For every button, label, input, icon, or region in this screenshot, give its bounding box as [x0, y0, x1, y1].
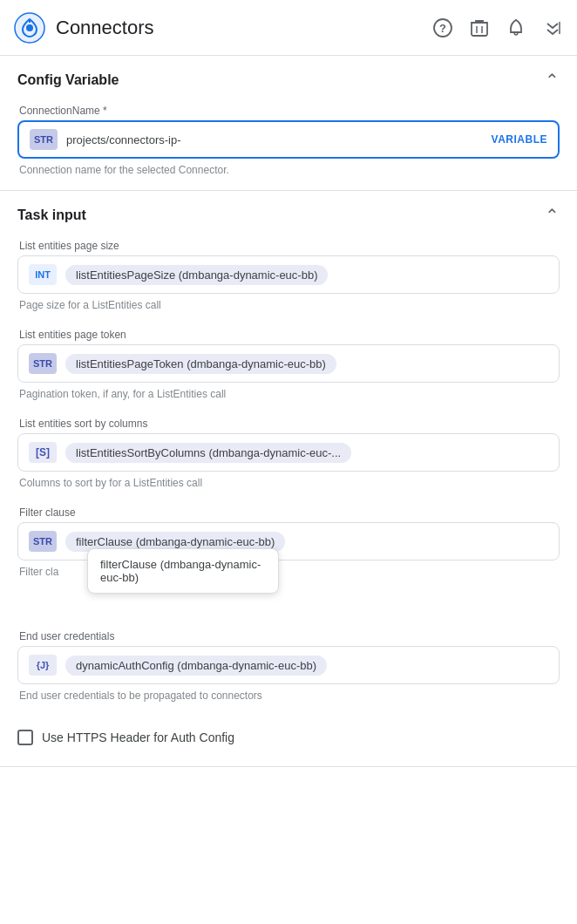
svg-point-1 [26, 24, 33, 31]
config-variable-section: Config Variable ⌃ ConnectionName * STR p… [0, 56, 577, 191]
page-token-hint: Pagination token, if any, for a ListEnti… [19, 388, 560, 400]
bell-icon[interactable] [506, 17, 526, 38]
page-size-chip: listEntitiesPageSize (dmbanga-dynamic-eu… [65, 265, 328, 285]
filter-clause-tooltip: filterClause (dmbanga-dynamic- euc-bb) [87, 548, 279, 594]
page-size-label: List entities page size [19, 240, 560, 252]
collapse-icon[interactable] [542, 17, 563, 38]
connection-name-hint: Connection name for the selected Connect… [19, 164, 560, 176]
dynamic-auth-label: End user credentials [19, 630, 560, 642]
page-token-input-box[interactable]: STR listEntitiesPageToken (dmbanga-dynam… [17, 344, 560, 383]
config-variable-header: Config Variable ⌃ [17, 70, 560, 91]
header-actions: ? [432, 17, 563, 38]
sort-by-columns-input-box[interactable]: [S] listEntitiesSortByColumns (dmbanga-d… [17, 433, 560, 472]
task-input-title: Task input [17, 207, 86, 223]
https-header-label: Use HTTPS Header for Auth Config [42, 730, 234, 744]
task-input-collapse-icon[interactable]: ⌃ [545, 205, 560, 226]
delete-icon[interactable] [469, 17, 490, 38]
app-logo [14, 12, 45, 44]
dynamic-auth-chip: dynamicAuthConfig (dmbanga-dynamic-euc-b… [65, 656, 327, 676]
filter-clause-field: Filter clause STR filterClause (dmbanga-… [17, 506, 560, 578]
https-header-checkbox-row[interactable]: Use HTTPS Header for Auth Config [17, 719, 560, 749]
page-token-type-badge: STR [29, 353, 57, 374]
dynamic-auth-input-box[interactable]: {J} dynamicAuthConfig (dmbanga-dynamic-e… [17, 646, 560, 684]
config-variable-title: Config Variable [17, 72, 119, 88]
svg-rect-5 [472, 23, 487, 36]
sort-by-columns-hint: Columns to sort by for a ListEntities ca… [19, 477, 560, 489]
app-header: Connectors ? [0, 0, 577, 56]
svg-text:?: ? [439, 22, 446, 35]
filter-clause-label: Filter clause [19, 506, 560, 519]
task-input-header: Task input ⌃ [17, 205, 560, 226]
connection-name-value: projects/connectors-ip- [66, 133, 485, 146]
sort-by-columns-label: List entities sort by columns [19, 418, 560, 430]
page-token-field: List entities page token STR listEntitie… [17, 329, 560, 400]
page-size-type-badge: INT [29, 264, 57, 285]
connection-name-input-box[interactable]: STR projects/connectors-ip- VARIABLE [17, 120, 560, 159]
sort-by-columns-chip: listEntitiesSortByColumns (dmbanga-dynam… [65, 443, 351, 463]
dynamic-auth-field: End user credentials {J} dynamicAuthConf… [17, 630, 560, 702]
https-header-checkbox[interactable] [17, 730, 33, 745]
sort-by-columns-type-badge: [S] [29, 442, 57, 463]
sort-by-columns-field: List entities sort by columns [S] listEn… [17, 418, 560, 489]
connection-name-field: ConnectionName * STR projects/connectors… [17, 105, 560, 176]
task-input-section: Task input ⌃ List entities page size INT… [0, 191, 577, 767]
filter-clause-type-badge: STR [29, 531, 57, 552]
page-token-chip: listEntitiesPageToken (dmbanga-dynamic-e… [65, 354, 336, 374]
help-icon[interactable]: ? [432, 17, 453, 38]
page-size-input-box[interactable]: INT listEntitiesPageSize (dmbanga-dynami… [17, 255, 560, 294]
page-token-label: List entities page token [19, 329, 560, 341]
dynamic-auth-hint: End user credentials to be propagated to… [19, 690, 560, 702]
connection-name-label: ConnectionName * [19, 105, 560, 117]
connection-name-type-badge: STR [30, 129, 58, 150]
page-title: Connectors [56, 17, 432, 39]
dynamic-auth-type-badge: {J} [29, 655, 57, 676]
variable-button[interactable]: VARIABLE [492, 133, 547, 146]
filter-clause-hint-text: Filter cla [19, 566, 58, 578]
page-size-field: List entities page size INT listEntities… [17, 240, 560, 311]
page-size-hint: Page size for a ListEntities call [19, 299, 560, 311]
config-variable-collapse-icon[interactable]: ⌃ [545, 70, 560, 91]
